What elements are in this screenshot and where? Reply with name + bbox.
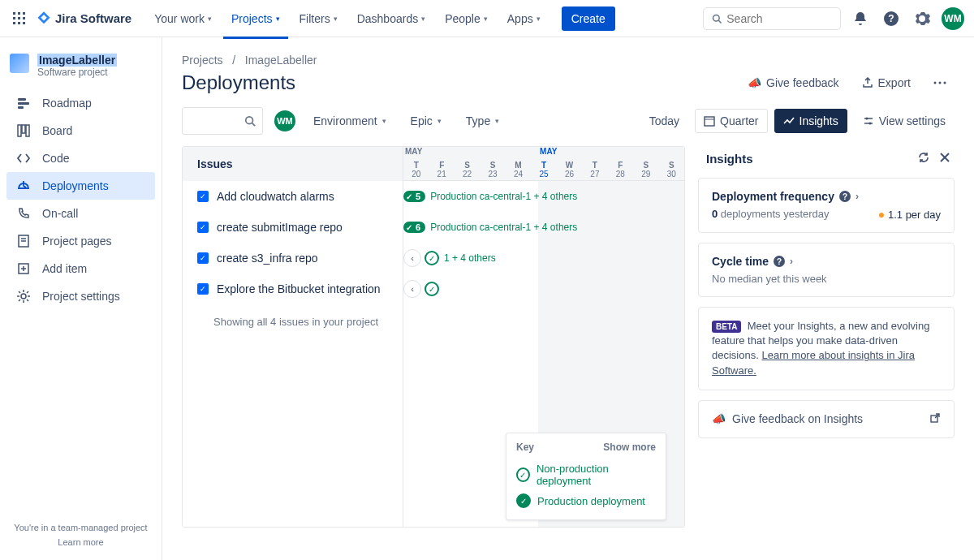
sidebar-item-oncall[interactable]: On-call — [6, 200, 155, 227]
svg-rect-3 — [13, 17, 15, 19]
svg-rect-16 — [18, 125, 21, 136]
cycle-time-card[interactable]: Cycle time?› No median yet this week — [698, 243, 955, 297]
issue-row[interactable]: ✓Add cloudwatch alarms — [183, 181, 403, 212]
deploy-row[interactable]: ✓6Production ca-central-1 + 4 others — [403, 212, 684, 243]
deploy-row[interactable]: ‹✓1 + 4 others — [403, 243, 684, 274]
sidebar-item-roadmap[interactable]: Roadmap — [6, 89, 155, 117]
day-cell: F21 — [429, 158, 454, 180]
quarter-button[interactable]: Quarter — [695, 109, 767, 133]
learn-more-link[interactable]: Learn more — [6, 537, 155, 547]
app-switcher-icon[interactable] — [10, 9, 29, 28]
page-actions: 📣Give feedback Export — [739, 71, 955, 94]
svg-rect-14 — [18, 102, 29, 105]
brand-label: Jira Software — [55, 11, 131, 25]
chevron-right-icon: › — [790, 256, 793, 267]
day-cell: S30 — [659, 158, 684, 180]
content: Projects / ImageLabeller Deployments 📣Gi… — [162, 37, 974, 560]
notifications-icon[interactable] — [849, 7, 872, 30]
deploy-pill: ✓5 — [403, 191, 425, 202]
close-icon[interactable] — [938, 151, 951, 166]
issue-row[interactable]: ✓Explore the Bitbucket integration — [183, 274, 403, 304]
top-nav: Jira Software Your work▾ Projects▾ Filte… — [0, 0, 974, 37]
scroll-left-icon: ‹ — [403, 249, 421, 267]
project-header[interactable]: ImageLabeller Software project — [6, 50, 155, 89]
user-avatar[interactable]: WM — [942, 7, 964, 30]
environment-filter[interactable]: Environment▾ — [307, 110, 393, 132]
issue-row[interactable]: ✓create submitImage repo — [183, 212, 403, 243]
nav-your-work[interactable]: Your work▾ — [146, 6, 220, 32]
sidebar-item-deployments[interactable]: Deployments — [6, 172, 155, 200]
nav-items: Your work▾ Projects▾ Filters▾ Dashboards… — [146, 6, 548, 32]
legend-box: KeyShow more ✓Non-production deployment … — [506, 433, 666, 520]
help-icon[interactable]: ? — [839, 191, 851, 202]
deploy-row[interactable]: ✓5Production ca-central-1 + 4 others — [403, 181, 684, 212]
project-icon — [10, 54, 29, 73]
help-icon[interactable]: ? — [880, 7, 903, 30]
deploy-row[interactable]: ‹✓ — [403, 274, 684, 304]
svg-point-27 — [939, 82, 942, 84]
svg-rect-7 — [18, 22, 20, 24]
refresh-icon[interactable] — [917, 151, 930, 166]
view-settings-button[interactable]: View settings — [854, 109, 955, 133]
nav-apps[interactable]: Apps▾ — [499, 6, 549, 32]
svg-rect-0 — [13, 12, 15, 15]
svg-rect-18 — [26, 125, 29, 136]
more-actions-button[interactable] — [925, 76, 955, 89]
legend-nonprod: ✓Non-production deployment — [516, 459, 656, 490]
epic-filter[interactable]: Epic▾ — [404, 110, 448, 132]
month-label: MAY — [403, 147, 538, 158]
layout-row: Issues ✓Add cloudwatch alarms ✓create su… — [182, 146, 955, 528]
svg-line-10 — [718, 20, 721, 23]
toolbar: WM Environment▾ Epic▾ Type▾ Today Quarte… — [182, 107, 955, 135]
project-subtitle: Software project — [37, 67, 117, 78]
timeline: Issues ✓Add cloudwatch alarms ✓create su… — [182, 146, 685, 528]
nav-projects[interactable]: Projects▾ — [223, 6, 288, 32]
svg-point-25 — [21, 294, 26, 299]
insights-button[interactable]: Insights — [774, 109, 847, 133]
project-name: ImageLabeller — [37, 54, 117, 67]
search-input[interactable] — [726, 12, 832, 25]
day-cell: S23 — [480, 158, 505, 180]
task-icon: ✓ — [197, 283, 209, 295]
sidebar-item-pages[interactable]: Project pages — [6, 227, 155, 255]
nav-dashboards[interactable]: Dashboards▾ — [349, 6, 434, 32]
sidebar-footer: You're in a team-managed project Learn m… — [6, 523, 155, 547]
sidebar-item-code[interactable]: Code — [6, 144, 155, 172]
create-button[interactable]: Create — [562, 6, 615, 31]
give-feedback-button[interactable]: 📣Give feedback — [739, 71, 847, 94]
nav-filters[interactable]: Filters▾ — [291, 6, 346, 32]
type-filter[interactable]: Type▾ — [459, 110, 506, 132]
crumb-current: ImageLabeller — [245, 54, 317, 67]
day-cell: M24 — [506, 158, 531, 180]
issue-row[interactable]: ✓create s3_infra repo — [183, 243, 403, 274]
show-more-link[interactable]: Show more — [603, 442, 656, 453]
insights-title: Insights — [706, 152, 753, 166]
settings-icon[interactable] — [911, 7, 933, 30]
check-icon: ✓ — [516, 467, 530, 482]
day-cell: T27 — [582, 158, 607, 180]
check-icon: ✓ — [425, 251, 439, 265]
page-title: Deployments — [182, 71, 295, 94]
insights-feedback-card[interactable]: 📣Give feedback on Insights — [698, 400, 955, 438]
svg-rect-31 — [705, 117, 714, 126]
page-header: Deployments 📣Give feedback Export — [182, 71, 955, 94]
jira-logo[interactable]: Jira Software — [36, 11, 131, 27]
sidebar-item-settings[interactable]: Project settings — [6, 282, 155, 310]
crumb-projects[interactable]: Projects — [182, 54, 223, 67]
filter-search[interactable] — [182, 107, 263, 135]
deployment-frequency-card[interactable]: Deployment frequency?› 0 0 deployments y… — [698, 178, 955, 233]
sidebar-item-board[interactable]: Board — [6, 117, 155, 144]
assignee-filter-avatar[interactable]: WM — [274, 110, 295, 131]
search-box[interactable] — [703, 7, 841, 30]
nav-people[interactable]: People▾ — [437, 6, 496, 32]
svg-rect-8 — [23, 22, 25, 24]
export-button[interactable]: Export — [854, 71, 919, 94]
svg-rect-6 — [13, 22, 15, 24]
help-icon[interactable]: ? — [774, 256, 785, 267]
check-icon: ✓ — [425, 282, 439, 296]
beta-info-card: BETA Meet your Insights, a new and evolv… — [698, 307, 955, 390]
svg-rect-1 — [18, 12, 20, 15]
today-button[interactable]: Today — [640, 109, 688, 133]
sidebar-item-add[interactable]: Add item — [6, 255, 155, 282]
svg-line-30 — [252, 123, 256, 127]
